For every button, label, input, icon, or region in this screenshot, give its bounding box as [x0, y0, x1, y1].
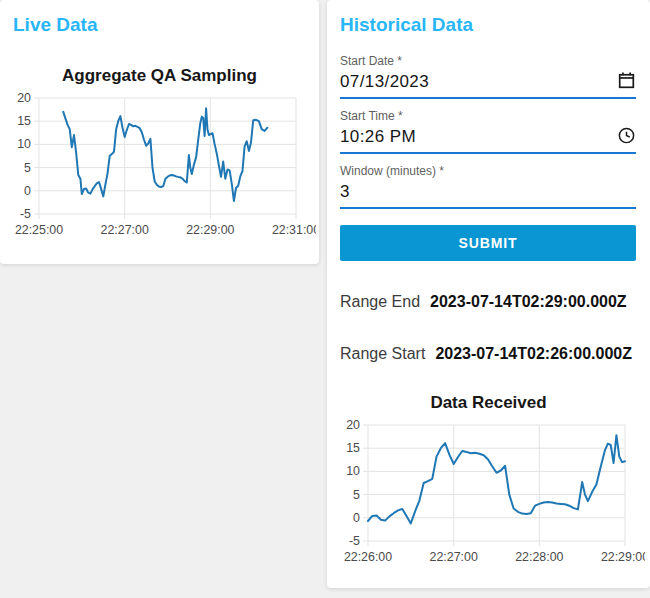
clock-icon[interactable]	[618, 127, 635, 144]
svg-text:20: 20	[346, 418, 360, 432]
historical-data-panel: Historical Data Start Date * Start Time …	[327, 0, 650, 588]
range-end-label: Range End	[340, 293, 420, 311]
svg-text:0: 0	[353, 511, 360, 525]
svg-text:22:28:00: 22:28:00	[515, 550, 563, 564]
historical-chart-title: Data Received	[327, 393, 650, 413]
window-minutes-field: Window (minutes) *	[340, 164, 636, 209]
svg-text:22:27:00: 22:27:00	[429, 550, 477, 564]
svg-text:-5: -5	[19, 207, 30, 221]
svg-text:22:26:00: 22:26:00	[343, 550, 391, 564]
svg-text:22:29:00: 22:29:00	[186, 223, 234, 237]
range-start-label: Range Start	[340, 345, 425, 363]
submit-button[interactable]: SUBMIT	[340, 225, 636, 261]
historical-data-heading: Historical Data	[340, 14, 650, 36]
svg-text:10: 10	[17, 137, 31, 151]
start-date-field: Start Date *	[340, 54, 636, 99]
svg-text:15: 15	[346, 441, 360, 455]
svg-text:10: 10	[346, 464, 360, 478]
live-data-panel: Live Data Aggregate QA Sampling 20151050…	[0, 0, 319, 264]
svg-text:-5: -5	[348, 534, 359, 548]
svg-text:22:25:00: 22:25:00	[14, 223, 62, 237]
window-minutes-label: Window (minutes) *	[340, 164, 636, 179]
range-start-row: Range Start 2023-07-14T02:26:00.000Z	[340, 345, 650, 363]
start-time-input[interactable]	[340, 124, 610, 147]
range-start-value: 2023-07-14T02:26:00.000Z	[435, 345, 632, 363]
start-time-label: Start Time *	[340, 109, 636, 124]
live-chart-title: Aggregate QA Sampling	[0, 66, 319, 86]
start-time-field: Start Time *	[340, 109, 636, 154]
historical-form: Start Date * Start Time *	[340, 54, 636, 209]
live-data-heading: Live Data	[13, 14, 319, 36]
historical-chart: 20151050-522:26:0022:27:0022:28:0022:29:…	[333, 415, 645, 573]
svg-text:22:27:00: 22:27:00	[100, 223, 148, 237]
svg-text:0: 0	[24, 184, 31, 198]
range-end-row: Range End 2023-07-14T02:29:00.000Z	[340, 293, 650, 311]
svg-text:5: 5	[24, 161, 31, 175]
window-minutes-input[interactable]	[340, 179, 636, 202]
calendar-icon[interactable]	[618, 72, 635, 89]
range-end-value: 2023-07-14T02:29:00.000Z	[430, 293, 627, 311]
svg-text:22:29:00: 22:29:00	[600, 550, 644, 564]
start-date-input[interactable]	[340, 69, 610, 92]
svg-text:5: 5	[353, 488, 360, 502]
live-chart: 20151050-522:25:0022:27:0022:29:0022:31:…	[4, 88, 316, 246]
svg-text:15: 15	[17, 114, 31, 128]
start-date-label: Start Date *	[340, 54, 636, 69]
svg-text:20: 20	[17, 91, 31, 105]
svg-text:22:31:00: 22:31:00	[271, 223, 315, 237]
